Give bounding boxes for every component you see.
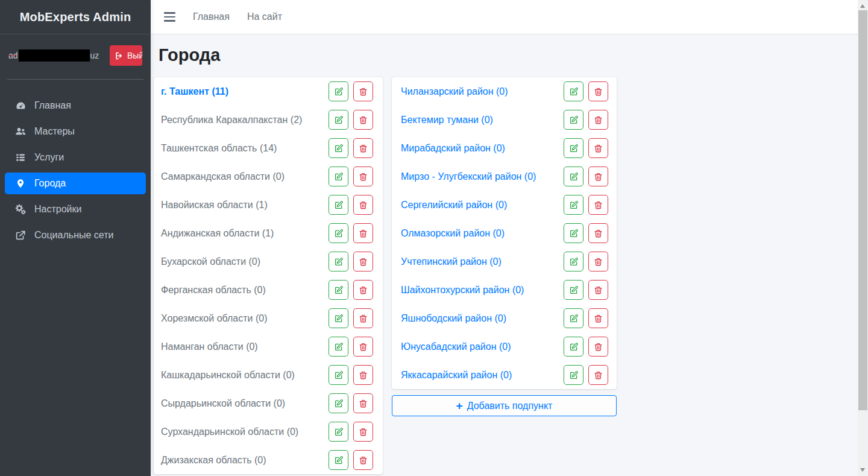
sidebar-item-social[interactable]: Социальные сети bbox=[5, 224, 146, 246]
district-link[interactable]: Мирабадский район (0) bbox=[401, 143, 505, 154]
district-link[interactable]: Олмазорский район (0) bbox=[401, 228, 505, 239]
edit-button[interactable] bbox=[329, 195, 348, 215]
district-link[interactable]: Мирзо - Улугбекский район (0) bbox=[401, 171, 536, 182]
sidebar-item-services[interactable]: Услуги bbox=[5, 147, 146, 168]
delete-button[interactable] bbox=[353, 422, 373, 442]
logout-label: Вый bbox=[127, 51, 142, 60]
edit-button[interactable] bbox=[329, 393, 348, 413]
delete-button[interactable] bbox=[588, 280, 608, 300]
district-link[interactable]: Чиланзарский район (0) bbox=[401, 86, 508, 97]
topbar-link-site[interactable]: На сайт bbox=[247, 11, 282, 22]
edit-button[interactable] bbox=[329, 223, 348, 243]
region-link[interactable]: Кашкадарьинской области (0) bbox=[161, 370, 295, 381]
delete-button[interactable] bbox=[353, 223, 373, 243]
delete-button[interactable] bbox=[353, 110, 373, 130]
delete-button[interactable] bbox=[588, 138, 608, 158]
edit-button[interactable] bbox=[564, 138, 583, 158]
edit-button[interactable] bbox=[329, 81, 348, 101]
region-link[interactable]: Республика Каракалпакстан (2) bbox=[161, 115, 302, 125]
edit-button[interactable] bbox=[329, 138, 348, 158]
region-link[interactable]: Ташкентская область (14) bbox=[161, 143, 277, 154]
district-link[interactable]: Яшнободский район (0) bbox=[401, 313, 506, 324]
edit-button[interactable] bbox=[329, 280, 348, 300]
delete-button[interactable] bbox=[353, 81, 373, 101]
region-link[interactable]: Джизакская область (0) bbox=[161, 455, 266, 466]
delete-button[interactable] bbox=[353, 252, 373, 271]
sidebar-item-masters[interactable]: Мастеры bbox=[5, 121, 146, 142]
edit-button[interactable] bbox=[329, 308, 348, 328]
row-actions bbox=[564, 365, 608, 385]
region-link[interactable]: Бухарской области (0) bbox=[161, 256, 260, 267]
row-actions bbox=[329, 138, 373, 158]
edit-button[interactable] bbox=[329, 422, 348, 442]
scrollbar-thumb[interactable] bbox=[858, 10, 867, 410]
edit-button[interactable] bbox=[329, 365, 348, 385]
edit-button[interactable] bbox=[329, 110, 348, 130]
delete-button[interactable] bbox=[588, 337, 608, 357]
district-link[interactable]: Бектемир тумани (0) bbox=[401, 115, 493, 125]
edit-icon bbox=[334, 257, 344, 267]
delete-button[interactable] bbox=[588, 167, 608, 186]
edit-button[interactable] bbox=[564, 223, 583, 243]
scroll-up-icon[interactable] bbox=[860, 4, 865, 8]
region-link[interactable]: Навойиская области (1) bbox=[161, 200, 268, 211]
delete-button[interactable] bbox=[588, 195, 608, 215]
region-link[interactable]: Самаркандская области (0) bbox=[161, 171, 285, 182]
delete-button[interactable] bbox=[588, 308, 608, 328]
region-link[interactable]: Хорезмской области (0) bbox=[161, 313, 267, 324]
district-link[interactable]: Юнусабадский район (0) bbox=[401, 341, 511, 352]
sidebar-item-main[interactable]: Главная bbox=[5, 95, 146, 116]
delete-button[interactable] bbox=[353, 138, 373, 158]
delete-button[interactable] bbox=[353, 337, 373, 357]
edit-button[interactable] bbox=[329, 450, 348, 470]
region-link[interactable]: Ферганская область (0) bbox=[161, 285, 266, 296]
region-row: Навойиская области (1) bbox=[154, 191, 383, 219]
region-link[interactable]: г. Ташкент (11) bbox=[161, 86, 228, 97]
edit-button[interactable] bbox=[564, 252, 583, 271]
district-row: Яккасарайский район (0) bbox=[392, 361, 617, 389]
add-subitem-button[interactable]: + Добавить подпункт bbox=[392, 395, 617, 416]
edit-button[interactable] bbox=[564, 365, 583, 385]
region-link[interactable]: Наманган области (0) bbox=[161, 341, 258, 352]
delete-button[interactable] bbox=[588, 81, 608, 101]
edit-button[interactable] bbox=[329, 167, 348, 186]
edit-button[interactable] bbox=[329, 252, 348, 271]
delete-button[interactable] bbox=[353, 365, 373, 385]
district-link[interactable]: Яккасарайский район (0) bbox=[401, 370, 512, 381]
delete-button[interactable] bbox=[353, 308, 373, 328]
sidebar-item-label: Социальные сети bbox=[34, 230, 113, 241]
district-link[interactable]: Шайхонтохурский район (0) bbox=[401, 285, 524, 296]
delete-button[interactable] bbox=[353, 195, 373, 215]
delete-button[interactable] bbox=[588, 365, 608, 385]
delete-button[interactable] bbox=[353, 393, 373, 413]
region-link[interactable]: Сурхандарьинской области (0) bbox=[161, 427, 298, 437]
edit-button[interactable] bbox=[564, 110, 583, 130]
edit-button[interactable] bbox=[564, 195, 583, 215]
sidebar-item-cities[interactable]: Города bbox=[5, 173, 146, 194]
delete-button[interactable] bbox=[353, 167, 373, 186]
delete-button[interactable] bbox=[588, 252, 608, 271]
edit-button[interactable] bbox=[564, 280, 583, 300]
sidebar-toggle-icon[interactable] bbox=[164, 12, 175, 22]
district-link[interactable]: Учтепинский район (0) bbox=[401, 256, 502, 267]
edit-button[interactable] bbox=[329, 337, 348, 357]
topbar-link-main[interactable]: Главная bbox=[193, 11, 230, 22]
edit-icon bbox=[569, 229, 579, 238]
delete-button[interactable] bbox=[588, 110, 608, 130]
page-title: Города bbox=[159, 45, 858, 65]
region-link[interactable]: Сырдарьинской области (0) bbox=[161, 398, 285, 409]
delete-button[interactable] bbox=[588, 223, 608, 243]
district-link[interactable]: Сергелийский район (0) bbox=[401, 200, 507, 211]
logout-button[interactable]: Вый bbox=[110, 45, 142, 66]
trash-icon bbox=[359, 229, 368, 238]
delete-button[interactable] bbox=[353, 280, 373, 300]
edit-button[interactable] bbox=[564, 337, 583, 357]
scrollbar[interactable] bbox=[858, 0, 868, 476]
edit-button[interactable] bbox=[564, 167, 583, 186]
region-link[interactable]: Андижанская области (1) bbox=[161, 228, 274, 239]
delete-button[interactable] bbox=[353, 450, 373, 470]
edit-button[interactable] bbox=[564, 81, 583, 101]
edit-button[interactable] bbox=[564, 308, 583, 328]
sidebar-item-settings[interactable]: Настройки bbox=[5, 198, 146, 220]
scroll-down-icon[interactable] bbox=[860, 468, 865, 472]
